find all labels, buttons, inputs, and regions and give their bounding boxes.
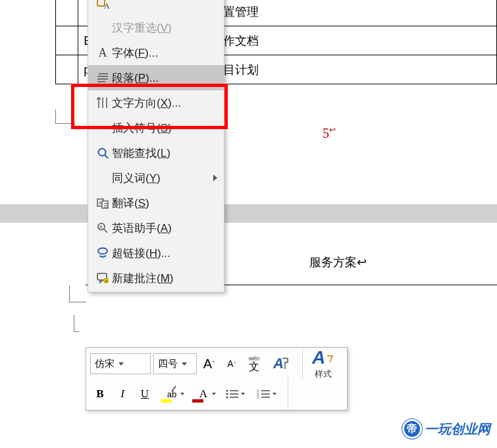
- watermark-badge-icon: 帝: [402, 419, 422, 439]
- search-icon: [93, 146, 112, 159]
- menu-item-insert-symbol[interactable]: 插入符号(S): [88, 115, 224, 140]
- menu-item-smart-lookup[interactable]: 智能查找(L): [88, 140, 224, 165]
- context-menu: A 汉字重选(V) A 字体(F)... 段落(P)...: [88, 0, 224, 293]
- svg-text:a: a: [99, 200, 102, 206]
- menu-item-cjk-reselect[interactable]: 汉字重选(V): [88, 15, 224, 40]
- caret-down-icon: [182, 362, 187, 366]
- grow-font-button[interactable]: A˄: [199, 353, 219, 374]
- bullets-button[interactable]: [221, 383, 249, 405]
- paragraph-icon: [93, 72, 112, 84]
- gutter-mark: [69, 285, 86, 302]
- svg-text:3: 3: [257, 395, 259, 399]
- svg-point-27: [226, 396, 228, 398]
- translate-icon: a 言: [93, 196, 112, 210]
- menu-label: 智能查找(L): [112, 146, 217, 161]
- menu-label: 段落(P)...: [112, 70, 217, 86]
- english-assist-icon: A: [93, 221, 112, 235]
- table-cell: 制作文档: [205, 26, 496, 55]
- menu-label: 插入符号(S): [112, 121, 217, 136]
- menu-item-font[interactable]: A 字体(F)...: [88, 40, 224, 65]
- font-size-value: 四号: [158, 358, 178, 370]
- svg-text:言: 言: [103, 202, 109, 208]
- menu-item-english-assist[interactable]: A 英语助手(A): [88, 215, 224, 240]
- menu-label: 文字方向(X)...: [112, 96, 217, 111]
- font-size-select[interactable]: 四号: [153, 353, 197, 374]
- svg-point-23: [226, 389, 228, 391]
- caret-down-icon: [273, 393, 276, 395]
- mini-toolbar: 仿宋 四号 A˄ A˅ wén 文 A A: [86, 347, 348, 410]
- menu-item-text-direction[interactable]: 文字方向(X)...: [88, 90, 224, 115]
- new-comment-icon: ✦: [93, 271, 112, 285]
- menu-label: 超链接(H)...: [112, 246, 217, 261]
- caret-down-icon: [212, 393, 216, 395]
- gutter-mark: [55, 109, 75, 124]
- phonetic-guide-button[interactable]: wén 文: [244, 353, 264, 374]
- bold-button[interactable]: B: [90, 383, 110, 405]
- font-color-button[interactable]: A: [189, 383, 218, 405]
- menu-label: 字体(F)...: [112, 45, 217, 61]
- menu-label: 新建批注(M): [112, 271, 217, 286]
- underline-button[interactable]: U: [135, 383, 155, 405]
- document-text: 服务方案↩: [309, 254, 367, 270]
- menu-item-paragraph[interactable]: 段落(P)...: [88, 65, 224, 90]
- link-icon: [93, 246, 112, 260]
- menu-label: 翻译(S): [112, 196, 217, 211]
- svg-text:A: A: [99, 225, 103, 229]
- svg-text:A: A: [104, 1, 110, 10]
- watermark-text: 一玩创业网: [425, 420, 490, 438]
- svg-point-10: [99, 149, 106, 156]
- watermark: 帝 一玩创业网: [402, 419, 490, 439]
- svg-text:✦: ✦: [105, 279, 108, 283]
- svg-line-11: [105, 155, 109, 159]
- menu-item-translate[interactable]: a 言 翻译(S): [88, 190, 224, 215]
- font-name-select[interactable]: 仿宋: [90, 353, 151, 374]
- highlight-color-button[interactable]: ab: [157, 383, 186, 405]
- page-number: 5↩: [323, 125, 336, 141]
- styles-label: 样式: [315, 368, 332, 380]
- menu-item-paste-special[interactable]: A: [88, 0, 224, 15]
- caret-down-icon: [241, 393, 245, 395]
- shrink-font-button[interactable]: A˅: [222, 353, 242, 374]
- svg-line-17: [104, 229, 107, 233]
- submenu-arrow-icon: [213, 175, 217, 181]
- menu-label: 英语助手(A): [112, 221, 217, 236]
- table-cell: 项目计划: [205, 55, 496, 84]
- clipboard-a-icon: A: [93, 0, 112, 10]
- svg-point-19: [98, 248, 107, 254]
- gutter-mark: [74, 315, 79, 332]
- font-icon: A: [93, 46, 112, 60]
- page-break: [0, 204, 497, 223]
- styles-button[interactable]: A 样式: [309, 347, 337, 380]
- menu-label: 同义词(Y): [112, 171, 213, 186]
- caret-down-icon: [180, 393, 184, 395]
- separator: [302, 348, 303, 379]
- styles-icon: A: [312, 347, 325, 368]
- separator: [288, 378, 288, 410]
- italic-button[interactable]: I: [113, 383, 132, 405]
- numbering-button[interactable]: 1 2 3: [252, 383, 281, 405]
- table-cell: 配置管理: [205, 0, 496, 26]
- menu-item-synonyms[interactable]: 同义词(Y): [88, 165, 224, 190]
- menu-label: 汉字重选(V): [112, 20, 217, 36]
- highlight-swatch: [161, 399, 172, 403]
- fontcolor-swatch: [192, 399, 203, 403]
- format-painter-button[interactable]: A: [267, 353, 296, 374]
- menu-item-new-comment[interactable]: ✦ 新建批注(M): [88, 266, 224, 291]
- font-name-value: 仿宋: [95, 358, 115, 370]
- caret-down-icon: [118, 362, 124, 366]
- menu-item-hyperlink[interactable]: 超链接(H)...: [88, 240, 224, 266]
- text-direction-icon: [93, 96, 112, 109]
- svg-point-25: [226, 393, 228, 395]
